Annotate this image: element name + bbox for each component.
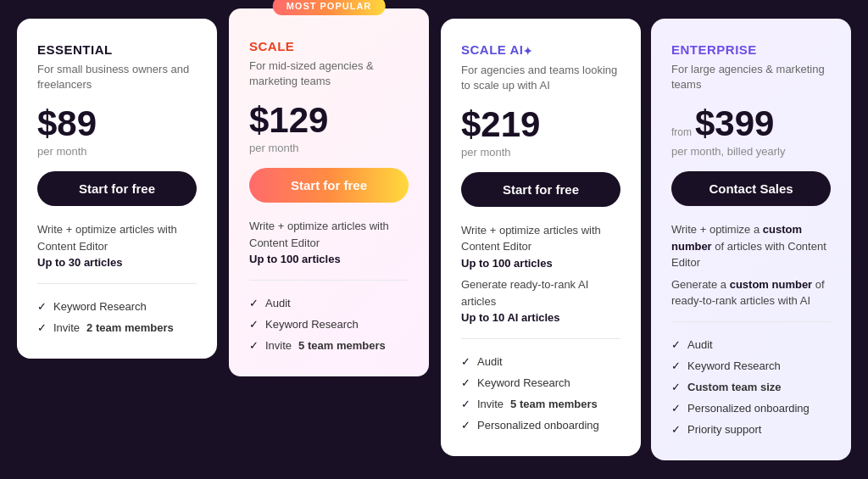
feature-item: ✓ Custom team size	[671, 376, 831, 398]
feature-item: ✓ Keyword Research	[37, 296, 197, 317]
check-icon: ✓	[671, 359, 681, 372]
check-icon: ✓	[249, 339, 259, 352]
feature-list-scale: ✓ Audit ✓ Keyword Research ✓ Invite 5 te…	[249, 292, 409, 356]
plan-desc-essential: For small business owners and freelancer…	[37, 62, 197, 92]
check-icon: ✓	[461, 419, 470, 432]
popular-badge: MOST POPULAR	[273, 0, 386, 15]
check-icon: ✓	[37, 321, 47, 334]
check-icon: ✓	[249, 318, 259, 331]
feature-item: ✓ Personalized onboarding	[671, 398, 831, 419]
price-period-essential: per month	[37, 145, 197, 158]
plan-essential: ESSENTIAL For small business owners and …	[17, 19, 217, 359]
feature-item: ✓ Invite 5 team members	[249, 335, 409, 356]
plan-desc-enterprise: For large agencies & marketing teams	[671, 62, 831, 92]
feature-desc-enterprise-2: Generate a custom number of ready-to-ran…	[671, 276, 831, 309]
feature-desc-enterprise-1: Write + optimize a custom number of arti…	[671, 221, 831, 271]
check-icon: ✓	[671, 338, 681, 351]
price-period-enterprise: per month, billed yearly	[671, 145, 831, 158]
feature-list-scale-ai: ✓ Audit ✓ Keyword Research ✓ Invite 5 te…	[461, 351, 620, 436]
price-from-enterprise: from	[671, 126, 692, 138]
check-icon: ✓	[671, 402, 681, 415]
plan-desc-scale: For mid-sized agencies & marketing teams	[249, 58, 409, 89]
plan-name-scale-ai: SCALE AI✦	[461, 42, 620, 58]
price-scale: $129	[249, 103, 328, 138]
price-essential: $89	[37, 106, 97, 142]
cta-scale-ai[interactable]: Start for free	[461, 172, 620, 207]
feature-item: ✓ Invite 5 team members	[461, 393, 620, 415]
check-icon: ✓	[461, 398, 470, 410]
check-icon: ✓	[461, 355, 470, 368]
check-icon: ✓	[671, 381, 681, 393]
pricing-grid: ESSENTIAL For small business owners and …	[17, 19, 851, 460]
cta-essential[interactable]: Start for free	[37, 171, 197, 206]
price-period-scale-ai: per month	[461, 146, 620, 159]
feature-item: ✓ Keyword Research	[249, 314, 409, 335]
plan-scale: MOST POPULAR SCALE For mid-sized agencie…	[227, 7, 431, 378]
feature-item: ✓ Personalized onboarding	[461, 415, 620, 436]
cta-scale[interactable]: Start for free	[249, 168, 409, 203]
price-scale-ai: $219	[461, 107, 540, 142]
cta-enterprise[interactable]: Contact Sales	[671, 171, 831, 206]
price-enterprise: $399	[695, 106, 774, 142]
plan-name-enterprise: ENTERPRISE	[671, 42, 831, 57]
feature-item: ✓ Keyword Research	[461, 372, 620, 393]
feature-desc-essential-1: Write + optimize articles with Content E…	[37, 221, 197, 271]
plan-desc-scale-ai: For agencies and teams looking to scale …	[461, 63, 620, 93]
plan-name-essential: ESSENTIAL	[37, 42, 197, 57]
check-icon: ✓	[461, 376, 470, 389]
feature-list-enterprise: ✓ Audit ✓ Keyword Research ✓ Custom team…	[671, 334, 831, 440]
price-period-scale: per month	[249, 142, 409, 154]
check-icon: ✓	[671, 423, 681, 436]
feature-item: ✓ Audit	[671, 334, 831, 355]
feature-item: ✓ Audit	[461, 351, 620, 372]
plan-name-scale: SCALE	[249, 39, 409, 53]
ai-badge: ✦	[523, 45, 533, 58]
plan-enterprise: ENTERPRISE For large agencies & marketin…	[651, 19, 851, 460]
feature-desc-scale-ai-2: Generate ready-to-rank AI articlesUp to …	[461, 276, 620, 326]
check-icon: ✓	[249, 297, 259, 309]
plan-scale-ai: SCALE AI✦ For agencies and teams looking…	[441, 19, 641, 456]
feature-item: ✓ Audit	[249, 292, 409, 314]
feature-list-essential: ✓ Keyword Research ✓ Invite 2 team membe…	[37, 296, 197, 338]
feature-item: ✓ Keyword Research	[671, 355, 831, 376]
check-icon: ✓	[37, 300, 47, 313]
feature-item: ✓ Invite 2 team members	[37, 317, 197, 338]
feature-desc-scale-1: Write + optimize articles with Content E…	[249, 218, 409, 268]
feature-desc-scale-ai-1: Write + optimize articles with Content E…	[461, 222, 620, 272]
feature-item: ✓ Priority support	[671, 419, 831, 440]
